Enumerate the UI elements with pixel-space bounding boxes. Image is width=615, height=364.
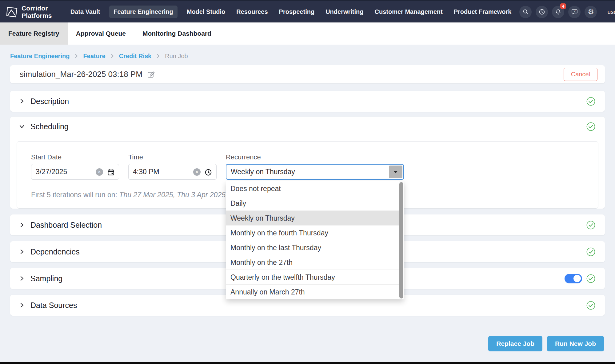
time-input[interactable]: 4:30 PM ✕ [128,164,217,180]
chevron-right-icon [74,54,78,58]
nav-item-customer-management[interactable]: Customer Management [373,6,444,18]
dropdown-option[interactable]: Monthly on the fourth Thursday [226,226,404,240]
history-button[interactable] [536,6,548,18]
start-date-value[interactable]: 3/27/2025 [36,168,92,176]
secondary-tabbar: Feature Registry Approval Queue Monitori… [0,22,615,45]
main-nav: Data Vault Feature Engineering Model Stu… [69,6,513,18]
section-description-header[interactable]: Description [10,91,605,112]
chevron-right-icon [156,54,160,58]
section-title: Data Sources [30,301,77,310]
bell-icon [555,8,562,15]
tab-feature-registry[interactable]: Feature Registry [0,22,68,45]
footer-actions: Replace Job Run New Job [0,336,604,351]
clear-icon[interactable]: ✕ [193,168,201,176]
gear-icon: ⚙ [588,8,594,15]
recurrence-select[interactable]: Weekly on Thursday [226,164,404,180]
recurrence-dropdown: Does not repeat Daily Weekly on Thursday… [226,181,404,299]
dropdown-option-selected[interactable]: Weekly on Thursday [226,211,404,226]
page-title: simulation_Mar-26-2025 03:18 PM [20,70,142,79]
edit-icon[interactable] [147,70,155,78]
breadcrumb-current: Run Job [165,53,188,60]
search-icon [522,8,529,15]
start-date-input[interactable]: 3/27/2025 ✕ [31,164,119,180]
check-circle-icon [586,220,596,230]
check-circle-icon [586,301,596,310]
breadcrumb-credit-risk[interactable]: Credit Risk [119,53,152,60]
dropdown-option[interactable]: Annually on March 27th [226,285,404,299]
breadcrumb-feature-engineering[interactable]: Feature Engineering [10,53,70,60]
top-navbar: Corridor Platforms Data Vault Feature En… [0,0,615,22]
help-button[interactable]: ? [568,6,581,18]
breadcrumb: Feature Engineering Feature Credit Risk … [0,45,615,60]
corridor-logo-icon [5,5,18,19]
run-new-job-button[interactable]: Run New Job [547,336,604,351]
calendar-icon[interactable] [107,168,115,176]
time-label: Time [128,153,217,161]
dropdown-option[interactable]: Quarterly on the twelfth Thursday [226,270,404,285]
chevron-right-icon[interactable] [19,302,25,308]
job-title-bar: simulation_Mar-26-2025 03:18 PM Cancel [10,65,605,83]
select-caret-button[interactable] [389,166,402,178]
chevron-right-icon[interactable] [19,222,25,228]
chevron-down-icon[interactable] [19,123,25,130]
recurrence-value: Weekly on Thursday [231,168,403,176]
bottom-bar [0,362,615,364]
nav-item-resources[interactable]: Resources [234,6,270,18]
breadcrumb-feature[interactable]: Feature [83,53,105,60]
clock-icon[interactable] [204,168,212,176]
nav-item-underwriting[interactable]: Underwriting [324,6,365,18]
settings-button[interactable]: ⚙ [585,6,597,18]
nav-item-prospecting[interactable]: Prospecting [277,6,317,18]
time-value[interactable]: 4:30 PM [133,168,190,176]
nav-item-product-framework[interactable]: Product Framework [452,6,513,18]
chevron-right-icon[interactable] [19,249,25,255]
section-title: Sampling [30,274,62,283]
help-icon: ? [571,8,578,15]
username-label: user_manual [607,9,615,15]
section-title: Dependencies [30,247,80,256]
replace-job-button[interactable]: Replace Job [488,336,542,351]
brand[interactable]: Corridor Platforms [5,5,52,19]
history-clock-icon [538,8,545,15]
dropdown-option[interactable]: Monthly on the last Thursday [226,240,404,255]
tab-approval-queue[interactable]: Approval Queue [68,22,134,45]
recurrence-label: Recurrence [226,153,404,161]
scheduling-panel: Start Date 3/27/2025 ✕ Time [17,141,598,209]
nav-item-data-vault[interactable]: Data Vault [69,6,102,18]
iterations-prefix: First 5 iterations will run on: [31,191,119,199]
section-title: Description [30,97,69,106]
svg-text:?: ? [574,10,576,13]
chevron-right-icon [110,54,114,58]
start-date-label: Start Date [31,153,119,161]
start-date-field: Start Date 3/27/2025 ✕ [31,153,119,180]
nav-item-feature-engineering[interactable]: Feature Engineering [109,6,177,18]
sampling-toggle[interactable] [565,274,582,283]
section-title: Scheduling [30,122,69,131]
chevron-right-icon[interactable] [19,98,25,104]
check-circle-icon [586,247,596,257]
notifications-button[interactable]: 4 [552,6,564,18]
dropdown-scrollbar-thumb[interactable] [399,182,403,298]
dropdown-option[interactable]: Does not repeat [226,181,404,196]
check-circle-icon [586,122,596,131]
check-circle-icon [586,97,596,106]
section-scheduling-header[interactable]: Scheduling [10,117,605,136]
toggle-knob [573,275,581,282]
navbar-icon-group: 4 ? ⚙ [519,6,597,18]
time-field: Time 4:30 PM ✕ [128,153,217,180]
search-button[interactable] [519,6,532,18]
section-title: Dashboard Selection [30,221,102,230]
notification-badge: 4 [560,3,566,9]
tab-monitoring-dashboard[interactable]: Monitoring Dashboard [134,22,220,45]
clear-icon[interactable]: ✕ [96,168,103,176]
dropdown-option[interactable]: Monthly on the 27th [226,255,404,270]
recurrence-field: Recurrence Weekly on Thursday Does not r… [226,153,404,180]
caret-down-icon [393,171,398,173]
check-circle-icon [586,274,596,283]
dropdown-option[interactable]: Daily [226,196,404,211]
section-scheduling: Scheduling Start Date 3/27/2025 ✕ [10,117,605,209]
chevron-right-icon[interactable] [19,275,25,282]
brand-name: Corridor Platforms [22,5,52,19]
nav-item-model-studio[interactable]: Model Studio [185,6,227,18]
cancel-button[interactable]: Cancel [564,68,597,81]
